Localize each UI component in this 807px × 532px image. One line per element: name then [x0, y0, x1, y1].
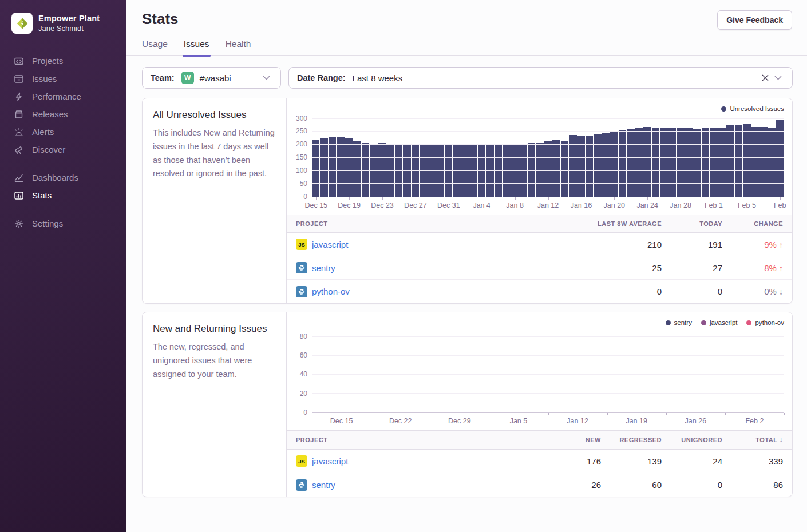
- unresolved-bar[interactable]: [544, 141, 552, 197]
- unresolved-bar[interactable]: [552, 140, 560, 197]
- stacked-bar[interactable]: [549, 412, 607, 412]
- javascript-platform-icon: JS: [296, 455, 307, 467]
- project-link[interactable]: sentry: [312, 263, 335, 273]
- project-link[interactable]: python-ov: [312, 287, 350, 296]
- unresolved-bar[interactable]: [495, 145, 502, 197]
- sidebar-item-dashboards[interactable]: Dashboards: [11, 169, 126, 186]
- tab-health[interactable]: Health: [226, 39, 251, 55]
- unresolved-bar[interactable]: [710, 128, 717, 197]
- unresolved-bar[interactable]: [743, 124, 750, 197]
- stacked-bar[interactable]: [727, 412, 785, 412]
- legend-item[interactable]: sentry: [666, 319, 692, 327]
- stacked-bar[interactable]: [490, 412, 548, 412]
- date-range-select[interactable]: Date Range: Last 8 weeks: [288, 67, 793, 89]
- unresolved-bar[interactable]: [577, 136, 585, 197]
- releases-icon: [14, 109, 24, 120]
- unresolved-issues-chart: Unresolved Issues 050100150200250300 Dec…: [287, 98, 792, 215]
- team-value: #wasabi: [200, 73, 231, 83]
- unresolved-bar[interactable]: [693, 129, 701, 197]
- unresolved-bar[interactable]: [668, 128, 676, 197]
- sidebar-item-performance[interactable]: Performance: [11, 88, 126, 105]
- x-axis: Dec 15Dec 19Dec 23Dec 27Dec 31Jan 4Jan 8…: [312, 197, 784, 211]
- unresolved-bar[interactable]: [759, 127, 767, 197]
- issues-icon: [14, 74, 24, 84]
- sidebar-item-settings[interactable]: Settings: [11, 215, 126, 232]
- unresolved-bar[interactable]: [685, 128, 693, 197]
- stacked-bar[interactable]: [312, 412, 370, 412]
- new-returning-issues-table: PROJECT NEW REGRESSED UNIGNORED TOTAL↓ J…: [287, 430, 792, 497]
- unresolved-bar[interactable]: [751, 127, 759, 197]
- legend-item[interactable]: javascript: [701, 319, 738, 327]
- user-name: Jane Schmidt: [38, 24, 100, 33]
- sidebar-item-discover[interactable]: Discover: [11, 141, 126, 158]
- unresolved-bar[interactable]: [677, 128, 684, 197]
- project-link[interactable]: javascript: [312, 456, 348, 466]
- project-link[interactable]: sentry: [312, 480, 335, 490]
- table-row: python-ov 0 0 0% ↓: [287, 280, 792, 303]
- unresolved-bar[interactable]: [643, 127, 651, 197]
- change-value: 0% ↓: [722, 287, 783, 296]
- unresolved-bar[interactable]: [718, 128, 726, 197]
- y-axis: 050100150200250300: [290, 116, 312, 197]
- date-range-value: Last 8 weeks: [353, 73, 403, 83]
- panel-description: This includes New and Returning issues i…: [153, 126, 276, 181]
- sort-down-icon: ↓: [780, 436, 784, 444]
- unresolved-bar[interactable]: [635, 128, 643, 197]
- chevron-down-icon[interactable]: [772, 72, 784, 84]
- segment-javascript: [430, 412, 488, 412]
- x-axis: Dec 15Dec 22Dec 29Jan 5Jan 12Jan 19Jan 2…: [312, 413, 784, 427]
- org-switcher[interactable]: Empower Plant Jane Schmidt: [11, 13, 126, 34]
- tab-issues[interactable]: Issues: [184, 39, 209, 55]
- project-link[interactable]: javascript: [312, 240, 348, 249]
- sidebar-item-issues[interactable]: Issues: [11, 70, 126, 88]
- unresolved-bar[interactable]: [768, 128, 776, 197]
- sidebar-item-alerts[interactable]: Alerts: [11, 123, 126, 141]
- unresolved-bar[interactable]: [329, 137, 336, 197]
- unresolved-bar[interactable]: [735, 125, 742, 197]
- stacked-bar[interactable]: [371, 412, 429, 412]
- unresolved-bar[interactable]: [726, 125, 734, 197]
- unresolved-bar[interactable]: [702, 128, 709, 197]
- unresolved-bar[interactable]: [602, 133, 610, 197]
- unresolved-bar[interactable]: [312, 140, 319, 197]
- unresolved-bar[interactable]: [660, 128, 667, 197]
- segment-javascript: [312, 412, 370, 412]
- empower-plant-logo-icon: [15, 16, 30, 31]
- stacked-bar[interactable]: [608, 412, 666, 412]
- give-feedback-button[interactable]: Give Feedback: [717, 10, 792, 30]
- stats-icon: [14, 190, 24, 201]
- sidebar-item-releases[interactable]: Releases: [11, 105, 126, 123]
- table-row: sentry 26 60 0 86: [287, 473, 792, 497]
- org-name: Empower Plant: [38, 14, 100, 23]
- team-label: Team:: [151, 73, 175, 82]
- unresolved-bar[interactable]: [345, 138, 353, 197]
- chevron-down-icon[interactable]: [260, 72, 272, 84]
- clear-date-icon[interactable]: [759, 72, 772, 84]
- down-arrow-icon: ↓: [779, 287, 783, 296]
- segment-javascript: [667, 412, 725, 412]
- table-row: JS javascript 176 139 24 339: [287, 450, 792, 473]
- org-logo: [11, 13, 33, 34]
- unresolved-bar[interactable]: [320, 138, 327, 197]
- sidebar-item-projects[interactable]: Projects: [11, 52, 126, 70]
- sidebar-item-stats[interactable]: Stats: [11, 186, 126, 204]
- unresolved-bar[interactable]: [561, 141, 568, 197]
- plot-area: [312, 330, 784, 413]
- tab-usage[interactable]: Usage: [142, 39, 168, 55]
- unresolved-bar[interactable]: [353, 141, 361, 197]
- team-avatar: W: [181, 72, 194, 84]
- javascript-platform-icon: JS: [296, 239, 307, 250]
- legend-item[interactable]: Unresolved Issues: [721, 105, 784, 113]
- unresolved-bar[interactable]: [337, 137, 344, 197]
- unresolved-bar[interactable]: [610, 131, 618, 197]
- team-select[interactable]: Team: W #wasabi: [142, 67, 281, 89]
- unresolved-bar[interactable]: [619, 130, 626, 197]
- dashboards-icon: [14, 173, 24, 183]
- legend-item[interactable]: python-ov: [746, 319, 784, 327]
- unresolved-bar[interactable]: [652, 128, 659, 197]
- sort-column-total[interactable]: TOTAL↓: [722, 436, 783, 444]
- panel-description: The new, regressed, and unignored issues…: [153, 340, 276, 381]
- unresolved-bar[interactable]: [627, 129, 634, 197]
- stacked-bar[interactable]: [667, 412, 725, 412]
- stacked-bar[interactable]: [430, 412, 488, 412]
